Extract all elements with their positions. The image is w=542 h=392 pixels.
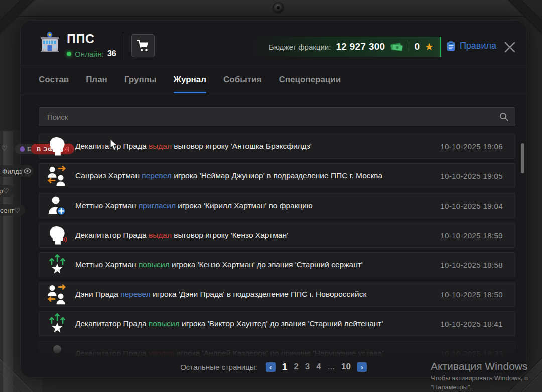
- budget-stars-value: 0: [414, 41, 420, 52]
- page-prev-button[interactable]: ‹: [266, 362, 276, 372]
- budget-divider: [409, 42, 409, 52]
- chevron-left-icon: ‹: [269, 363, 272, 371]
- journal-entry-timestamp: 10-10-2025 18:41: [440, 320, 503, 328]
- journal-entry-timestamp: 10-10-2025 19:04: [440, 202, 503, 210]
- nametag-r: р♡: [0, 185, 14, 197]
- tab-zhurnal[interactable]: Журнал: [174, 75, 207, 93]
- journal-entry-text: Меттью Хартман пригласил игрока 'Кирилл …: [75, 201, 433, 210]
- gold-star-icon: ★: [425, 42, 434, 52]
- search-icon: [499, 112, 508, 121]
- journal-row: Декапитатор Прада уволил игрока 'Андрей …: [39, 341, 515, 360]
- police-station-icon: [39, 31, 61, 55]
- money-banknotes-icon: [390, 42, 403, 52]
- page-ellipsis: ...: [328, 362, 335, 372]
- tab-plan[interactable]: План: [86, 75, 107, 93]
- journal-row: Декапитатор Прада повысил игрока 'Виктор…: [39, 311, 515, 336]
- chevron-right-icon: ›: [361, 363, 363, 371]
- header-vertical-divider: [123, 33, 123, 60]
- screw-decoration: [274, 3, 283, 13]
- tab-sobytiya[interactable]: События: [223, 75, 261, 93]
- journal-entry-timestamp: 10-10-2025 18:50: [440, 290, 503, 299]
- journal-row: Декапитатор Прада выдал выговор игроку '…: [39, 223, 515, 248]
- journal-entry-text: Декапитатор Прада уволил игрока 'Андрей …: [75, 349, 433, 358]
- shop-cart-button[interactable]: [131, 34, 155, 57]
- page-number-4[interactable]: 4: [316, 362, 321, 372]
- close-button[interactable]: [501, 39, 518, 56]
- faction-title: ППС: [67, 32, 95, 46]
- journal-entry-timestamp: 10-10-2025 18:59: [440, 231, 503, 240]
- page-number-10[interactable]: 10: [341, 362, 351, 372]
- tab-bar: Состав План Группы Журнал События Спецоп…: [39, 75, 341, 93]
- page-number-3[interactable]: 3: [305, 362, 310, 372]
- journal-row: Санраиз Хартман перевел игрока 'Неймар Д…: [39, 163, 515, 188]
- journal-row: Дэни Прада перевел игрока 'Дэни Прада' в…: [39, 282, 515, 307]
- flame-icon: [20, 146, 25, 152]
- header-divider: [21, 66, 526, 66]
- page-next-button[interactable]: ›: [357, 362, 367, 372]
- tab-gruppy[interactable]: Группы: [124, 75, 157, 93]
- journal-row: Меттью Хартман повысил игрока 'Кензо Хар…: [39, 252, 515, 277]
- background-metal-band: [0, 0, 542, 17]
- journal-entry-text: Декапитатор Прада повысил игрока 'Виктор…: [75, 319, 433, 328]
- journal-entry-text: Декапитатор Прада выдал выговор игроку '…: [75, 142, 433, 151]
- online-count: 36: [107, 49, 116, 58]
- rules-label: Правила: [460, 41, 496, 51]
- reprimand-icon: [39, 136, 75, 157]
- dismiss-icon: [39, 344, 75, 360]
- online-label: Онлайн:: [75, 50, 104, 58]
- pagination-label: Остальные страницы:: [180, 363, 257, 371]
- eye-badge: [21, 165, 34, 177]
- invite-icon: [39, 195, 75, 216]
- eye-icon: [24, 168, 31, 174]
- budget-money-value: 12 927 300: [336, 41, 385, 52]
- faction-budget: Бюджет фракции: 12 927 300 0 ★: [251, 37, 441, 57]
- tab-specoperacii[interactable]: Спецоперации: [279, 75, 341, 93]
- close-x-icon: [503, 41, 516, 54]
- online-dot-icon: [67, 52, 71, 56]
- journal-list: Декапитатор Прада выдал выговор игроку '…: [39, 134, 515, 360]
- rules-button[interactable]: Правила: [446, 41, 496, 51]
- budget-label: Бюджет фракции:: [269, 43, 331, 51]
- scrollbar[interactable]: [521, 143, 524, 173]
- journal-entry-text: Дэни Прада перевел игрока 'Дэни Прада' в…: [75, 290, 433, 299]
- journal-row: Меттью Хартман пригласил игрока 'Кирилл …: [39, 193, 515, 218]
- nametag-heart: ♡: [1, 144, 8, 152]
- journal-entry-text: Меттью Хартман повысил игрока 'Кензо Хар…: [75, 260, 433, 269]
- journal-entry-text: Санраиз Хартман перевел игрока 'Неймар Д…: [75, 171, 433, 180]
- faction-panel: ППС Онлайн: 36 Бюджет фракции: 12 927 30…: [20, 20, 527, 378]
- page-number-2[interactable]: 2: [294, 362, 298, 372]
- transfer-icon: [39, 165, 75, 187]
- nametag-sent: сент♡: [0, 204, 25, 216]
- transfer-icon: [39, 284, 75, 305]
- promote-icon: [39, 254, 75, 276]
- tabs-divider: [21, 95, 526, 95]
- journal-entry-timestamp: 10-10-2025 19:06: [440, 142, 503, 151]
- journal-entry-timestamp: 10-10-2025 18:58: [440, 261, 503, 269]
- tab-sostav[interactable]: Состав: [39, 75, 69, 93]
- promote-icon: [39, 313, 75, 335]
- search-input[interactable]: [39, 107, 515, 126]
- reprimand-icon: [39, 225, 75, 246]
- journal-entry-timestamp: 10-10-2025 19:05: [440, 172, 503, 180]
- journal-entry-text: Декапитатор Прада выдал выговор игроку '…: [75, 231, 433, 240]
- page-number-1[interactable]: 1: [282, 361, 288, 372]
- shopping-cart-icon: [137, 40, 150, 52]
- rules-notebook-icon: [446, 41, 456, 51]
- windows-activation-watermark: Активация Windows Чтобы активировать Win…: [431, 360, 528, 391]
- journal-row: Декапитатор Прада выдал выговор игроку '…: [39, 134, 515, 159]
- online-status: Онлайн: 36: [67, 49, 116, 58]
- journal-entry-timestamp: 10-10-2025 18:33: [440, 349, 503, 358]
